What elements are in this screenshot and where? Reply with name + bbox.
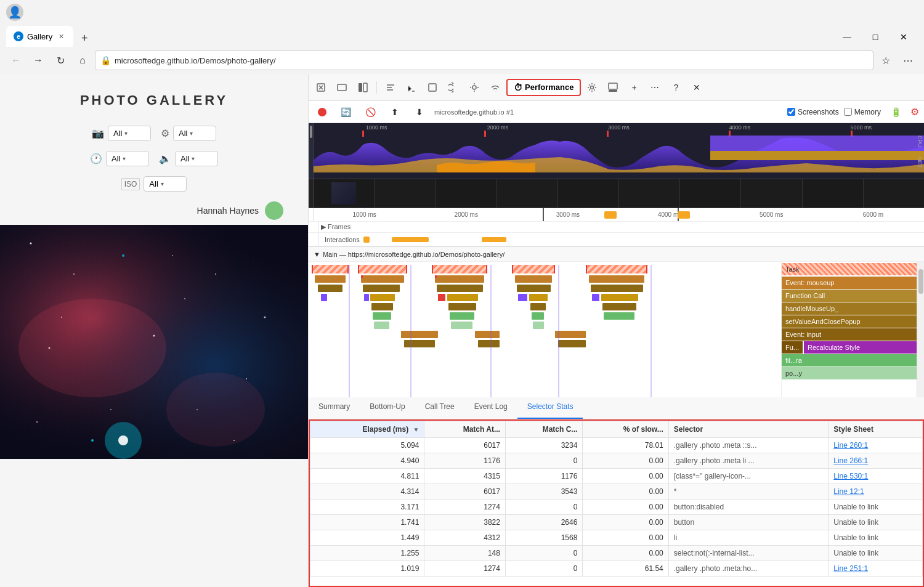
close-devtools-button[interactable]: ✕ <box>687 78 707 97</box>
interactions-row: Interactions <box>309 233 924 246</box>
svg-rect-66 <box>518 294 527 301</box>
cell-style-sheet-1[interactable]: Line 266:1 <box>829 453 923 469</box>
screenshots-strip <box>309 179 924 208</box>
sensors-button[interactable] <box>464 78 484 97</box>
cell-match-at-0: 6017 <box>424 438 505 453</box>
cpu-profile-button[interactable]: 🔋 <box>886 102 906 122</box>
selection-marker[interactable] <box>604 211 617 219</box>
settings-icon: ⚙ <box>161 128 169 139</box>
svg-rect-53 <box>435 275 437 278</box>
help-button[interactable]: ? <box>666 78 686 97</box>
ruler-5000: 5000 ms <box>721 211 822 218</box>
tab-event-log[interactable]: Event Log <box>464 397 517 419</box>
selection-handle-left[interactable] <box>543 208 544 221</box>
selection-end-marker[interactable] <box>678 211 690 219</box>
time-filter[interactable]: All ▾ <box>106 151 149 166</box>
flame-chart-svg <box>309 262 781 397</box>
camera-filter[interactable]: All ▾ <box>108 126 151 141</box>
settings-filter[interactable]: All ▾ <box>173 126 216 141</box>
user-name: Hannah Haynes <box>197 206 259 216</box>
svg-rect-67 <box>529 294 548 301</box>
minimize-button[interactable]: — <box>833 27 861 47</box>
forward-button[interactable]: → <box>28 51 48 70</box>
download-button[interactable]: ⬇ <box>410 102 429 122</box>
device-emulation-button[interactable] <box>332 78 352 97</box>
cell-style-sheet-3[interactable]: Line 12:1 <box>829 484 923 500</box>
col-selector[interactable]: Selector <box>668 421 828 438</box>
svg-rect-31 <box>609 90 617 92</box>
svg-rect-71 <box>448 303 476 310</box>
main-thread-content: Task Event: mouseup Function Call handle… <box>309 262 924 397</box>
audio-filter[interactable]: All ▾ <box>175 151 218 166</box>
svg-rect-58 <box>437 285 483 292</box>
address-bar[interactable]: 🔒 microsoftedge.github.io/Demos/photo-ga… <box>95 51 873 70</box>
svg-rect-76 <box>532 312 544 320</box>
camera-icon: 📷 <box>92 128 104 139</box>
col-pct-slow[interactable]: % of slow... <box>583 421 668 438</box>
tab-selector-stats[interactable]: Selector Stats <box>517 397 583 419</box>
screenshot-thumb-9 <box>803 179 864 208</box>
col-elapsed[interactable]: Elapsed (ms) ▼ <box>310 421 424 438</box>
cell-style-sheet-6: Unable to link <box>829 530 923 546</box>
lock-icon: 🔒 <box>100 55 111 65</box>
svg-rect-69 <box>601 294 638 301</box>
performance-button[interactable]: ⏱ Performance <box>506 79 581 96</box>
network-button[interactable] <box>444 78 463 97</box>
settings-icon-red[interactable]: ⚙ <box>910 106 919 118</box>
wifi-button[interactable] <box>485 78 505 97</box>
add-tab-button[interactable]: + <box>624 78 644 97</box>
tab-favicon: e <box>14 31 23 41</box>
memory-checkbox[interactable] <box>844 108 852 116</box>
drawer-button[interactable] <box>603 78 623 97</box>
refresh-button[interactable]: ↻ <box>51 51 70 70</box>
clear-button[interactable]: 🚫 <box>360 102 380 122</box>
svg-rect-63 <box>370 294 395 301</box>
browser-tab[interactable]: e Gallery ✕ <box>6 26 73 47</box>
cell-match-c-4: 0 <box>505 500 582 515</box>
cell-match-c-8: 0 <box>505 561 582 577</box>
cell-style-sheet-8[interactable]: Line 251:1 <box>829 561 923 577</box>
favorites-button[interactable]: ☆ <box>876 51 896 70</box>
back-button[interactable]: ← <box>6 51 26 70</box>
collapse-icon[interactable]: ▼ <box>314 251 320 258</box>
inspect-element-button[interactable] <box>311 78 331 97</box>
cell-elapsed-5: 1.741 <box>310 515 424 530</box>
svg-rect-75 <box>450 312 474 320</box>
screenshots-checkbox[interactable] <box>787 108 795 116</box>
more-button[interactable]: ⋯ <box>898 51 918 70</box>
table-row: 1.019 1274 0 61.54 .gallery .photo .meta… <box>310 561 923 577</box>
home-button[interactable]: ⌂ <box>73 51 92 70</box>
cell-style-sheet-0[interactable]: Line 260:1 <box>829 438 923 453</box>
upload-button[interactable]: ⬆ <box>385 102 405 122</box>
more-tools-button[interactable]: ⋯ <box>645 78 665 97</box>
close-button[interactable]: ✕ <box>890 27 918 47</box>
sources-button[interactable] <box>423 78 442 97</box>
record-button[interactable] <box>314 103 331 121</box>
flame-chart[interactable] <box>309 262 781 397</box>
col-style-sheet[interactable]: Style Sheet <box>829 421 923 438</box>
tab-bottom-up[interactable]: Bottom-Up <box>360 397 415 419</box>
iso-filter[interactable]: All ▾ <box>144 176 187 192</box>
cell-style-sheet-2[interactable]: Line 530:1 <box>829 469 923 484</box>
cell-match-c-2: 1176 <box>505 469 582 484</box>
tab-call-tree[interactable]: Call Tree <box>415 397 464 419</box>
elements-button[interactable] <box>381 78 400 97</box>
scrollbar-thumb[interactable] <box>918 269 923 294</box>
reload-record-button[interactable]: 🔄 <box>336 102 355 122</box>
settings-gear-button[interactable] <box>582 78 602 97</box>
detail-handle-mouseup: handleMouseUp_ <box>782 302 917 315</box>
console-button[interactable] <box>402 78 421 97</box>
dropdown-arrow-5: ▾ <box>161 180 164 187</box>
profile-avatar[interactable]: 👤 <box>6 4 23 21</box>
svg-point-8 <box>215 273 216 275</box>
maximize-button[interactable]: □ <box>861 27 890 47</box>
marker-5000: 5000 ms <box>800 124 922 131</box>
flame-chart-scrollbar[interactable] <box>917 262 924 397</box>
new-tab-button[interactable]: + <box>76 30 93 47</box>
dock-button[interactable] <box>353 78 373 97</box>
col-match-c[interactable]: Match C... <box>505 421 582 438</box>
svg-point-12 <box>91 439 94 442</box>
tab-close-button[interactable]: ✕ <box>56 31 66 41</box>
col-match-at[interactable]: Match At... <box>424 421 505 438</box>
tab-summary[interactable]: Summary <box>309 397 360 419</box>
